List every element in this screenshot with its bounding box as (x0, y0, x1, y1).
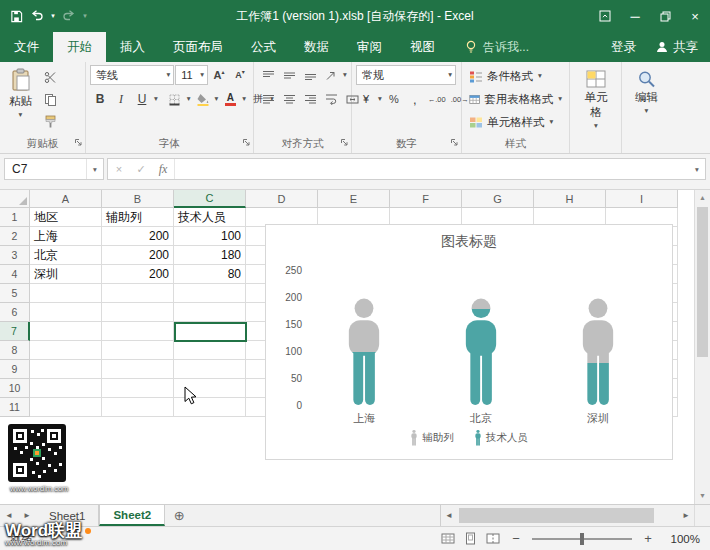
ribbon-tab-file[interactable]: 文件 (0, 32, 53, 62)
fill-color-icon[interactable] (193, 89, 213, 109)
cell-C7[interactable] (174, 322, 246, 341)
chart-person-北京[interactable] (458, 298, 504, 406)
share-button[interactable]: 共享 (656, 39, 698, 56)
increase-decimal-icon[interactable]: ←.00 (426, 95, 448, 104)
chart-legend-item[interactable]: 技术人员 (474, 430, 528, 446)
column-header-I[interactable]: I (606, 190, 678, 208)
scroll-up-icon[interactable]: ▲ (699, 193, 706, 203)
row-header-9[interactable]: 9 (0, 360, 30, 379)
accounting-dropdown-icon[interactable]: ▾ (377, 95, 383, 103)
horizontal-scroll-thumb[interactable] (459, 508, 654, 523)
number-dialog-launcher-icon[interactable] (450, 136, 459, 150)
ribbon-tab-数据[interactable]: 数据 (290, 32, 343, 62)
ribbon-tab-审阅[interactable]: 审阅 (343, 32, 396, 62)
vertical-scroll-track[interactable] (695, 203, 710, 491)
column-header-E[interactable]: E (318, 190, 390, 208)
font-color-dropdown-icon[interactable]: ▾ (241, 95, 247, 103)
cell-B8[interactable] (102, 341, 174, 360)
redo-icon[interactable] (59, 5, 79, 27)
number-format-combo[interactable]: 常规 ▾ (356, 65, 456, 85)
bold-icon[interactable]: B (90, 89, 110, 109)
select-all-corner[interactable] (0, 190, 30, 208)
sign-in-button[interactable]: 登录 (611, 39, 636, 56)
zoom-slider[interactable] (532, 538, 632, 540)
row-header-5[interactable]: 5 (0, 284, 30, 303)
cancel-icon[interactable]: × (108, 163, 130, 175)
close-button[interactable]: × (680, 0, 710, 32)
cell-C9[interactable] (174, 360, 246, 379)
column-header-F[interactable]: F (390, 190, 462, 208)
percent-style-icon[interactable]: % (384, 89, 404, 109)
column-header-H[interactable]: H (534, 190, 606, 208)
name-box[interactable]: C7 ▾ (4, 158, 104, 180)
ribbon-tab-插入[interactable]: 插入 (106, 32, 159, 62)
cell-B1[interactable]: 辅助列 (102, 208, 174, 227)
copy-icon[interactable] (40, 89, 60, 109)
cell-B2[interactable]: 200 (102, 227, 174, 246)
cell-B5[interactable] (102, 284, 174, 303)
tell-me-box[interactable]: 告诉我... (465, 32, 529, 62)
format-as-table-button[interactable]: 套用表格格式 ▾ (466, 88, 566, 110)
cell-C6[interactable] (174, 303, 246, 322)
ribbon-tab-视图[interactable]: 视图 (396, 32, 449, 62)
cell-A2[interactable]: 上海 (30, 227, 102, 246)
cell-C4[interactable]: 80 (174, 265, 246, 284)
alignment-dialog-launcher-icon[interactable] (340, 136, 349, 150)
sheet-tab-Sheet2[interactable]: Sheet2 (99, 505, 165, 526)
font-color-icon[interactable]: A (220, 89, 240, 109)
cell-A7[interactable] (30, 322, 102, 341)
vertical-scrollbar[interactable]: ▲ ▼ (694, 190, 710, 504)
row-header-6[interactable]: 6 (0, 303, 30, 322)
format-painter-icon[interactable] (40, 111, 60, 131)
align-middle-icon[interactable] (279, 65, 299, 85)
cell-B3[interactable]: 200 (102, 246, 174, 265)
ribbon-tab-公式[interactable]: 公式 (237, 32, 290, 62)
align-center-icon[interactable] (279, 89, 299, 109)
cells-dropdown-icon[interactable]: ▾ (593, 122, 599, 130)
ribbon-tab-页面布局[interactable]: 页面布局 (159, 32, 237, 62)
align-right-icon[interactable] (300, 89, 320, 109)
font-name-dropdown-icon[interactable]: ▾ (165, 71, 171, 79)
fill-color-dropdown-icon[interactable]: ▾ (214, 95, 220, 103)
cell-B11[interactable] (102, 398, 174, 417)
cell-C3[interactable]: 180 (174, 246, 246, 265)
orientation-icon[interactable] (321, 65, 341, 85)
zoom-in-button[interactable]: + (641, 531, 655, 546)
cell-B4[interactable]: 200 (102, 265, 174, 284)
cell-A6[interactable] (30, 303, 102, 322)
cell-C8[interactable] (174, 341, 246, 360)
cells-button[interactable]: 单元格 ▾ (574, 65, 618, 130)
paste-dropdown-icon[interactable]: ▾ (18, 111, 24, 119)
cell-B6[interactable] (102, 303, 174, 322)
row-header-8[interactable]: 8 (0, 341, 30, 360)
cell-styles-button[interactable]: 单元格样式 ▾ (466, 111, 566, 133)
qat-customize-icon[interactable]: ▾ (80, 5, 90, 27)
cell-C1[interactable]: 技术人员 (174, 208, 246, 227)
cell-B7[interactable] (102, 322, 174, 341)
number-format-dropdown-icon[interactable]: ▾ (447, 71, 453, 79)
zoom-out-button[interactable]: − (509, 531, 523, 546)
column-header-A[interactable]: A (30, 190, 102, 208)
vertical-scroll-thumb[interactable] (697, 207, 708, 357)
name-box-dropdown-icon[interactable]: ▾ (86, 159, 103, 179)
cell-B10[interactable] (102, 379, 174, 398)
decrease-font-size-icon[interactable]: A▾ (230, 65, 250, 85)
cell-A9[interactable] (30, 360, 102, 379)
clipboard-dialog-launcher-icon[interactable] (74, 136, 83, 150)
minimize-button[interactable]: ─ (620, 0, 650, 32)
column-header-C[interactable]: C (174, 190, 246, 208)
undo-icon[interactable] (27, 5, 47, 27)
conditional-formatting-button[interactable]: 条件格式 ▾ (466, 65, 566, 87)
chart-person-上海[interactable] (341, 298, 387, 406)
cell-A8[interactable] (30, 341, 102, 360)
zoom-level[interactable]: 100% (664, 533, 700, 545)
formula-input[interactable] (174, 159, 689, 179)
row-header-7[interactable]: 7 (0, 322, 30, 341)
italic-icon[interactable]: I (111, 89, 131, 109)
add-sheet-button[interactable]: ⊕ (165, 505, 193, 526)
cell-C5[interactable] (174, 284, 246, 303)
row-header-10[interactable]: 10 (0, 379, 30, 398)
cell-A3[interactable]: 北京 (30, 246, 102, 265)
cell-C2[interactable]: 100 (174, 227, 246, 246)
increase-font-size-icon[interactable]: A▴ (209, 65, 229, 85)
